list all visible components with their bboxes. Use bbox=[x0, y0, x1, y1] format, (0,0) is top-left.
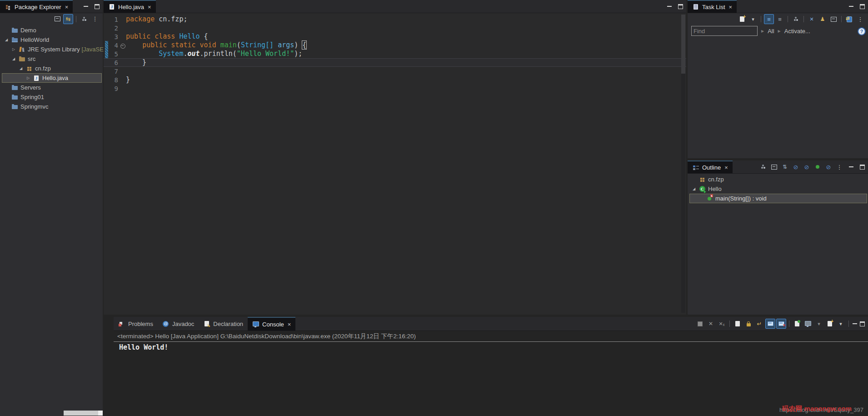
tree-item-demo[interactable]: Demo bbox=[2, 25, 102, 35]
clear-console-icon[interactable] bbox=[733, 319, 743, 329]
tree-item-servers[interactable]: Servers bbox=[2, 83, 102, 92]
tree-item-helloworld[interactable]: ◢HelloWorld bbox=[2, 35, 102, 45]
hide-static-icon[interactable]: ⊘ bbox=[802, 162, 812, 172]
new-task-dropdown-icon[interactable]: ▾ bbox=[748, 14, 758, 24]
code-line-4[interactable]: 4 public static void main(String[] args)… bbox=[104, 41, 686, 50]
find-input[interactable] bbox=[691, 26, 758, 36]
open-console-icon[interactable] bbox=[825, 319, 835, 329]
code-line-9[interactable]: 9 bbox=[104, 84, 686, 93]
tab-problems[interactable]: Problems bbox=[114, 317, 158, 331]
maximize-icon[interactable] bbox=[94, 4, 100, 9]
console-output[interactable]: Hello World! bbox=[114, 342, 868, 416]
tree-item-jre-system-library-[interactable]: ▷JRE System Library [JavaSE- bbox=[2, 45, 102, 54]
tree-item-cn-fzp[interactable]: cn.fzp bbox=[689, 175, 867, 184]
tab-console[interactable]: Console× bbox=[248, 317, 295, 331]
focus-icon[interactable] bbox=[79, 14, 89, 24]
link-with-editor-icon[interactable]: ⇆ bbox=[63, 14, 73, 24]
expander-collapsed-icon[interactable]: ▷ bbox=[11, 47, 16, 51]
maximize-icon[interactable] bbox=[677, 4, 683, 9]
expander-expanded-icon[interactable]: ◢ bbox=[19, 66, 23, 70]
minimize-icon[interactable] bbox=[83, 4, 89, 9]
line-number[interactable]: 3 bbox=[104, 33, 120, 40]
line-number[interactable]: 7 bbox=[104, 68, 120, 75]
scope-all[interactable]: All bbox=[768, 28, 774, 35]
console-dropdown-icon[interactable]: ▾ bbox=[814, 319, 824, 329]
code-line-7[interactable]: 7 bbox=[104, 67, 686, 75]
scroll-on-output-icon[interactable] bbox=[765, 319, 775, 329]
view-menu-icon[interactable]: ⋮ bbox=[855, 14, 865, 24]
code-line-8[interactable]: 8} bbox=[104, 75, 686, 84]
tab-task-list[interactable]: Task List × bbox=[688, 0, 737, 13]
code-line-2[interactable]: 2 bbox=[104, 24, 686, 32]
tree-item-src[interactable]: ◢src bbox=[2, 54, 102, 64]
tree-item-cn-fzp[interactable]: ◢cn.fzp bbox=[2, 64, 102, 73]
tree-item-springmvc[interactable]: Springmvc bbox=[2, 102, 102, 111]
line-number[interactable]: 5 bbox=[104, 50, 120, 58]
tab-declaration[interactable]: Declaration bbox=[199, 317, 248, 331]
hide-completed-icon[interactable]: ✕ bbox=[807, 14, 817, 24]
code-editor[interactable]: 1package cn.fzp;23public class Hello {4 … bbox=[104, 13, 686, 315]
minimize-icon[interactable] bbox=[666, 4, 673, 9]
horizontal-scrollbar[interactable] bbox=[64, 411, 103, 416]
collapse-all-icon[interactable] bbox=[769, 162, 779, 172]
line-number[interactable]: 6 bbox=[104, 59, 120, 66]
view-menu-icon[interactable]: ⋮ bbox=[90, 14, 100, 24]
close-icon[interactable]: × bbox=[65, 4, 69, 10]
scheduled-presentation-icon[interactable]: ≡ bbox=[775, 14, 785, 24]
minimize-icon[interactable] bbox=[852, 321, 858, 326]
expander-expanded-icon[interactable]: ◢ bbox=[692, 187, 696, 191]
sort-icon[interactable]: ⇅ bbox=[780, 162, 790, 172]
tree-item-hello-java[interactable]: ▷JHello.java bbox=[2, 73, 102, 83]
tab-outline[interactable]: Outline × bbox=[688, 160, 733, 173]
close-icon[interactable]: × bbox=[288, 321, 291, 328]
hide-fields-icon[interactable]: ⊘ bbox=[791, 162, 801, 172]
working-set-icon[interactable] bbox=[791, 14, 801, 24]
close-icon[interactable]: × bbox=[724, 164, 728, 171]
maximize-icon[interactable] bbox=[859, 321, 865, 326]
synchronize-icon[interactable] bbox=[844, 14, 854, 24]
expander-expanded-icon[interactable]: ◢ bbox=[4, 38, 9, 42]
tab-hello-java[interactable]: J Hello.java × bbox=[104, 0, 156, 13]
tab-package-explorer[interactable]: Package Explorer × bbox=[0, 0, 73, 13]
collapse-all-icon[interactable] bbox=[828, 14, 838, 24]
code-line-1[interactable]: 1package cn.fzp; bbox=[104, 15, 686, 24]
word-wrap-icon[interactable]: ↵ bbox=[754, 319, 764, 329]
line-number[interactable]: 9 bbox=[104, 85, 120, 92]
code-line-6[interactable]: 6 } bbox=[104, 58, 686, 67]
group-by-owner-icon[interactable]: ♟ bbox=[818, 14, 828, 24]
minimize-icon[interactable] bbox=[848, 164, 854, 170]
new-task-icon[interactable] bbox=[737, 14, 747, 24]
expander-collapsed-icon[interactable]: ▷ bbox=[26, 76, 30, 80]
focus-icon[interactable] bbox=[758, 162, 768, 172]
line-number[interactable]: 2 bbox=[104, 25, 120, 32]
collapse-all-icon[interactable] bbox=[52, 14, 62, 24]
hide-local-types-icon[interactable]: ⊘ bbox=[823, 162, 833, 172]
scope-activate[interactable]: Activate... bbox=[784, 28, 810, 35]
remove-launch-icon[interactable]: ✕ bbox=[706, 319, 716, 329]
open-console-dropdown-icon[interactable]: ▾ bbox=[836, 319, 846, 329]
remove-all-launches-icon[interactable]: ✕ₓ bbox=[717, 319, 727, 329]
close-icon[interactable]: × bbox=[729, 4, 733, 10]
minimize-icon[interactable] bbox=[848, 4, 854, 9]
scroll-on-stderr-icon[interactable] bbox=[776, 319, 786, 329]
help-icon[interactable]: ? bbox=[858, 27, 866, 35]
code-line-3[interactable]: 3public class Hello { bbox=[104, 32, 686, 41]
tree-item-hello[interactable]: ◢CHello bbox=[689, 184, 867, 194]
display-selected-console-icon[interactable] bbox=[803, 319, 813, 329]
editor-scrollbar[interactable] bbox=[681, 15, 685, 313]
pin-console-icon[interactable] bbox=[792, 319, 802, 329]
line-number[interactable]: 1 bbox=[104, 16, 120, 23]
maximize-icon[interactable] bbox=[859, 164, 865, 170]
maximize-icon[interactable] bbox=[859, 4, 865, 9]
view-menu-icon[interactable]: ⋮ bbox=[834, 162, 844, 172]
tree-item-main-string-void[interactable]: smain(String[]) : void bbox=[689, 194, 867, 203]
tab-javadoc[interactable]: @Javadoc bbox=[158, 317, 199, 331]
code-line-5[interactable]: 5 System.out.println("Hello World!"); bbox=[104, 50, 686, 58]
categorized-presentation-icon[interactable]: ≡ bbox=[764, 14, 774, 24]
expander-expanded-icon[interactable]: ◢ bbox=[11, 57, 16, 61]
close-icon[interactable]: × bbox=[148, 4, 151, 10]
line-number[interactable]: 4 bbox=[104, 42, 120, 49]
hide-non-public-icon[interactable] bbox=[813, 162, 823, 172]
fold-marker-icon[interactable] bbox=[120, 42, 126, 49]
terminate-icon[interactable] bbox=[695, 319, 705, 329]
